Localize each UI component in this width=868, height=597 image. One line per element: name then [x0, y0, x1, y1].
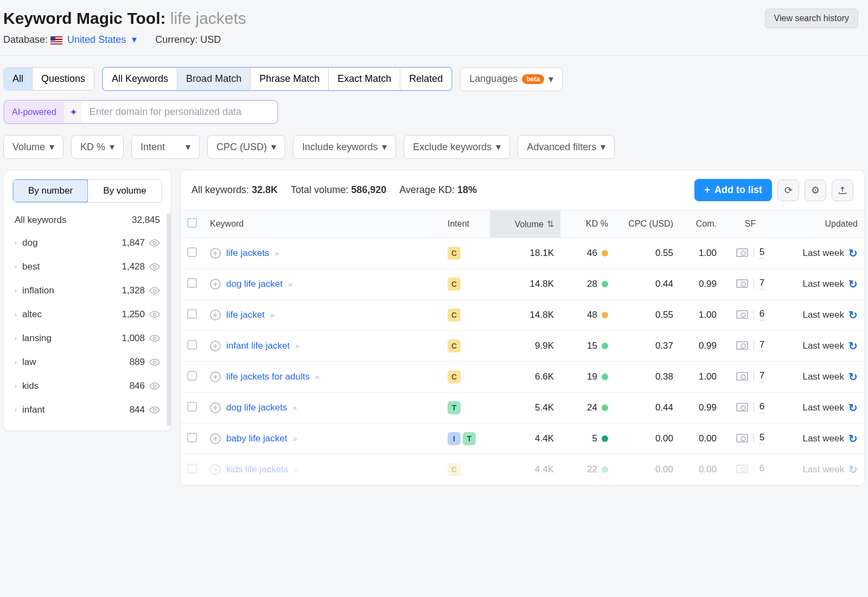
serp-icon	[736, 341, 748, 350]
refresh-row-icon[interactable]: ↻	[848, 247, 858, 260]
languages-dropdown[interactable]: Languages beta ▾	[460, 67, 563, 91]
row-checkbox[interactable]	[187, 247, 197, 257]
expand-icon[interactable]: +	[210, 310, 221, 320]
col-kd[interactable]: KD %	[560, 210, 615, 238]
updated-label: Last week	[802, 464, 844, 475]
keyword-link[interactable]: life jackets	[226, 248, 269, 259]
expand-icon[interactable]: +	[210, 248, 221, 259]
expand-icon[interactable]: +	[210, 402, 221, 413]
col-intent[interactable]: Intent	[441, 210, 490, 238]
export-button[interactable]	[832, 179, 853, 201]
row-checkbox[interactable]	[187, 371, 197, 381]
sidebar-item-best[interactable]: › best 1,428	[12, 255, 162, 279]
table-row: + infant life jacket » C 9.9K 15 0.37 0.…	[181, 331, 864, 362]
keyword-link[interactable]: baby life jacket	[226, 433, 287, 444]
sidebar-item-count: 846	[130, 381, 145, 391]
sidebar-item-law[interactable]: › law 889	[12, 350, 162, 374]
expand-icon[interactable]: +	[210, 371, 221, 382]
refresh-row-icon[interactable]: ↻	[848, 463, 858, 476]
sf-cell[interactable]: 7	[736, 370, 764, 382]
table-row: + life jackets » C 18.1K 46 0.55 1.00 5 …	[181, 238, 864, 269]
row-checkbox[interactable]	[187, 464, 197, 473]
view-search-history-button[interactable]: View search history	[765, 9, 858, 28]
sort-by-volume-button[interactable]: By volume	[88, 179, 162, 202]
refresh-row-icon[interactable]: ↻	[848, 309, 858, 322]
filter-exclude[interactable]: Exclude keywords▾	[404, 135, 510, 159]
sf-count: 7	[760, 278, 764, 290]
intent-badge-C: C	[448, 463, 461, 476]
intent-badge-C: C	[448, 247, 461, 260]
sf-cell[interactable]: 5	[736, 247, 764, 259]
sidebar-item-altec[interactable]: › altec 1,250	[12, 303, 162, 326]
refresh-row-icon[interactable]: ↻	[848, 339, 858, 352]
expand-icon[interactable]: +	[210, 279, 221, 290]
refresh-row-icon[interactable]: ↻	[848, 432, 858, 445]
keyword-link[interactable]: dog life jacket	[226, 279, 283, 290]
keyword-link[interactable]: infant life jacket	[226, 341, 290, 351]
tab-questions[interactable]: Questions	[32, 68, 94, 90]
refresh-row-icon[interactable]: ↻	[848, 370, 858, 383]
serp-icon	[736, 372, 748, 381]
sidebar-item-inflation[interactable]: › inflation 1,328	[12, 279, 162, 303]
database-selector[interactable]: Database: United States ▾	[3, 34, 137, 46]
tab-exact-match[interactable]: Exact Match	[328, 68, 400, 90]
sidebar-item-infant[interactable]: › infant 844	[12, 398, 162, 422]
keyword-link[interactable]: kids life jackets	[226, 464, 288, 475]
table-row: + dog life jackets » T 5.4K 24 0.44 0.99…	[181, 393, 864, 423]
cpc-cell: 0.55	[615, 300, 680, 331]
ai-domain-input[interactable]	[82, 101, 277, 123]
sf-cell[interactable]: 7	[736, 339, 764, 351]
filter-cpc[interactable]: CPC (USD)▾	[207, 135, 285, 159]
expand-icon[interactable]: +	[210, 464, 221, 475]
sf-cell[interactable]: 6	[736, 309, 764, 320]
tab-related[interactable]: Related	[400, 68, 451, 90]
filter-kd[interactable]: KD %▾	[71, 135, 124, 159]
sidebar-item-lansing[interactable]: › lansing 1,008	[12, 326, 162, 350]
refresh-row-icon[interactable]: ↻	[848, 278, 858, 291]
col-cpc[interactable]: CPC (USD)	[615, 210, 680, 238]
col-keyword[interactable]: Keyword	[203, 210, 441, 238]
sidebar-item-label: kids	[22, 381, 130, 391]
keyword-link[interactable]: life jackets for adults	[226, 371, 310, 382]
col-updated[interactable]: Updated	[777, 210, 864, 238]
intent-badge-C: C	[448, 278, 461, 291]
settings-button[interactable]: ⚙	[805, 179, 826, 201]
expand-icon[interactable]: +	[210, 341, 221, 351]
filter-include[interactable]: Include keywords▾	[293, 135, 396, 159]
row-checkbox[interactable]	[187, 433, 197, 442]
expand-icon[interactable]: +	[210, 433, 221, 444]
keyword-link[interactable]: dog life jackets	[226, 402, 287, 413]
tab-all[interactable]: All	[4, 68, 32, 90]
sf-cell[interactable]: 5	[736, 432, 764, 444]
double-chevron-icon: »	[295, 342, 299, 350]
separator	[754, 402, 754, 412]
tab-all-keywords[interactable]: All Keywords	[103, 68, 177, 90]
tab-phrase-match[interactable]: Phrase Match	[250, 68, 328, 90]
filter-intent[interactable]: Intent▾	[131, 135, 200, 159]
row-checkbox[interactable]	[187, 340, 197, 350]
refresh-row-icon[interactable]: ↻	[848, 401, 858, 414]
sort-by-number-button[interactable]: By number	[12, 179, 88, 203]
sidebar-scrollbar[interactable]	[167, 214, 171, 426]
sf-cell[interactable]: 6	[736, 401, 764, 413]
col-sf[interactable]: SF	[723, 210, 777, 238]
row-checkbox[interactable]	[187, 278, 197, 288]
tab-broad-match[interactable]: Broad Match	[177, 68, 250, 90]
sf-cell[interactable]: 6	[736, 463, 764, 475]
sidebar-item-dog[interactable]: › dog 1,847	[12, 231, 162, 255]
filter-volume[interactable]: Volume▾	[3, 135, 63, 159]
refresh-button[interactable]: ⟳	[777, 179, 799, 201]
sidebar-item-kids[interactable]: › kids 846	[12, 374, 162, 398]
eye-icon	[149, 239, 160, 247]
filter-advanced[interactable]: Advanced filters▾	[518, 135, 615, 159]
eye-icon	[149, 287, 160, 294]
col-com[interactable]: Com.	[680, 210, 723, 238]
select-all-checkbox[interactable]	[187, 218, 197, 228]
svg-point-2	[154, 290, 156, 292]
row-checkbox[interactable]	[187, 309, 197, 319]
keyword-link[interactable]: life jacket	[226, 310, 265, 320]
row-checkbox[interactable]	[187, 402, 197, 412]
sf-cell[interactable]: 7	[736, 278, 764, 290]
col-volume[interactable]: Volume⇅	[490, 210, 560, 238]
add-to-list-button[interactable]: +Add to list	[694, 179, 772, 201]
